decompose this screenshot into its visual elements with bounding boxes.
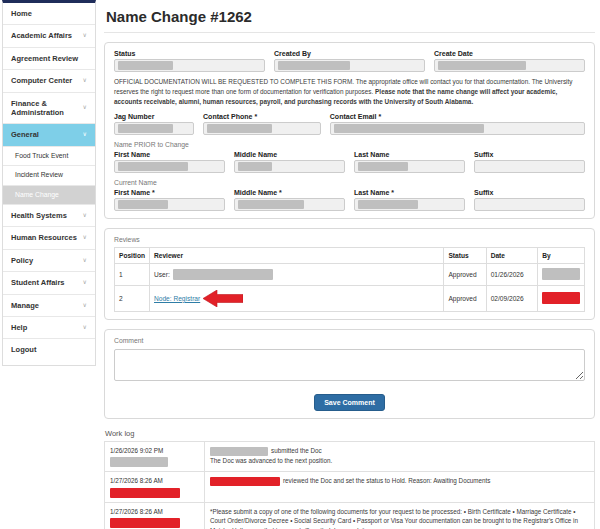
status-input[interactable]	[114, 59, 265, 72]
redacted-text	[210, 447, 268, 456]
current-name-section-label: Current Name	[114, 179, 585, 186]
review-row-1: 1 User: Approved 01/26/2026	[115, 263, 585, 285]
sidebar-item-academic-affairs[interactable]: Academic Affairs ∨	[3, 25, 95, 47]
review-date: 01/26/2026	[486, 263, 538, 285]
redacted-text	[207, 124, 272, 133]
jag-number-input[interactable]	[114, 122, 194, 135]
create-date-input[interactable]	[434, 59, 585, 72]
col-position: Position	[115, 247, 150, 263]
prior-middle-name-input[interactable]	[234, 160, 345, 173]
status-label: Status	[114, 50, 265, 57]
comment-panel: Comment Save Comment	[104, 329, 595, 419]
main-content: Name Change #1262 Status Created By Crea…	[104, 0, 595, 529]
sidebar-item-name-change[interactable]: Name Change	[3, 186, 95, 205]
redacted-text	[110, 488, 180, 498]
chevron-down-icon: ∨	[83, 104, 87, 112]
chevron-down-icon: ∨	[83, 234, 87, 242]
sidebar-item-label: Human Resources	[11, 233, 77, 242]
sidebar-item-logout[interactable]: Logout	[3, 339, 95, 364]
comment-label: Comment	[114, 337, 585, 344]
sidebar-item-student-affairs[interactable]: Student Affairs ∨	[3, 272, 95, 294]
prior-last-name-label: Last Name	[354, 151, 465, 158]
prior-middle-name-label: Middle Name	[234, 151, 345, 158]
prior-first-name-label: First Name	[114, 151, 225, 158]
contact-phone-input[interactable]	[203, 122, 321, 135]
worklog-timestamp: 1/27/2026 8:26 AM	[110, 507, 199, 516]
review-position: 2	[115, 285, 150, 311]
chevron-down-icon: ∨	[83, 32, 87, 40]
redacted-text	[210, 477, 280, 486]
review-position: 1	[115, 263, 150, 285]
redacted-text	[118, 61, 173, 70]
sidebar-item-label: Health Systems	[11, 211, 67, 220]
redacted-text	[358, 200, 418, 209]
current-first-name-label: First Name *	[114, 189, 225, 196]
current-middle-name-input[interactable]	[234, 198, 345, 211]
comment-textarea[interactable]	[114, 349, 585, 381]
current-suffix-input[interactable]	[474, 198, 585, 211]
sidebar-item-finance-administration[interactable]: Finance & Administration ∨	[3, 93, 95, 125]
sidebar-item-home[interactable]: Home	[3, 3, 95, 25]
created-by-input[interactable]	[274, 59, 425, 72]
sidebar: Home Academic Affairs ∨ Agreement Review…	[2, 0, 96, 366]
redacted-text	[110, 518, 180, 528]
contact-email-input[interactable]	[330, 122, 585, 135]
redacted-text	[238, 200, 304, 209]
redacted-text	[542, 292, 580, 304]
sidebar-item-label: Home	[11, 9, 32, 18]
prior-suffix-label: Suffix	[474, 151, 585, 158]
sidebar-item-food-truck-event[interactable]: Food Truck Event	[3, 147, 95, 166]
sidebar-item-label: Student Affairs	[11, 278, 64, 287]
sidebar-item-label: Logout	[11, 345, 36, 354]
sidebar-item-label: General	[11, 130, 39, 139]
current-middle-name-label: Middle Name *	[234, 189, 345, 196]
redacted-text	[334, 124, 484, 133]
worklog-message: The Doc was advanced to the next positio…	[210, 456, 589, 465]
sidebar-item-manage[interactable]: Manage ∨	[3, 295, 95, 317]
redacted-text	[118, 124, 173, 133]
sidebar-item-agreement-review[interactable]: Agreement Review	[3, 48, 95, 70]
contact-phone-label: Contact Phone *	[203, 113, 321, 120]
sidebar-item-computer-center[interactable]: Computer Center ∨	[3, 70, 95, 92]
current-last-name-label: Last Name *	[354, 189, 465, 196]
sidebar-item-label: Computer Center	[11, 76, 72, 85]
prior-name-section-label: Name PRIOR to Change	[114, 141, 585, 148]
worklog-timestamp: 1/27/2026 8:26 AM	[110, 476, 199, 485]
sidebar-item-general[interactable]: General ∨	[3, 124, 95, 146]
current-first-name-input[interactable]	[114, 198, 225, 211]
prior-suffix-input[interactable]	[474, 160, 585, 173]
sidebar-item-label: Finance & Administration	[11, 99, 80, 118]
redacted-text	[278, 61, 350, 70]
worklog-row: 1/27/2026 8:26 AM reviewed the Doc and s…	[105, 472, 595, 502]
sidebar-item-human-resources[interactable]: Human Resources ∨	[3, 227, 95, 249]
chevron-down-icon: ∨	[83, 279, 87, 287]
worklog-title: Work log	[105, 429, 595, 438]
sidebar-item-policy[interactable]: Policy ∨	[3, 250, 95, 272]
node-registrar-link[interactable]: Node: Registrar	[154, 295, 200, 302]
worklog-table: 1/26/2026 9:02 PM submitted the Doc The …	[104, 441, 595, 529]
redacted-text	[358, 162, 408, 171]
save-comment-button[interactable]: Save Comment	[314, 394, 385, 411]
worklog-row: 1/27/2026 8:26 AM *Please submit a copy …	[105, 502, 595, 529]
sidebar-item-label: Name Change	[15, 191, 59, 199]
sidebar-item-health-systems[interactable]: Health Systems ∨	[3, 205, 95, 227]
reviewer-label: User:	[154, 271, 170, 278]
redacted-text	[110, 457, 168, 467]
sidebar-item-incident-review[interactable]: Incident Review	[3, 166, 95, 185]
contact-email-label: Contact Email *	[330, 113, 585, 120]
worklog-row: 1/26/2026 9:02 PM submitted the Doc The …	[105, 441, 595, 471]
current-last-name-input[interactable]	[354, 198, 465, 211]
prior-first-name-input[interactable]	[114, 160, 225, 173]
sidebar-item-label: Policy	[11, 256, 33, 265]
prior-last-name-input[interactable]	[354, 160, 465, 173]
redacted-text	[118, 200, 168, 209]
redacted-text	[173, 269, 273, 280]
reviews-table: Position Reviewer Status Date By 1 User:…	[114, 247, 585, 312]
review-status: Approved	[444, 263, 486, 285]
review-date: 02/09/2026	[486, 285, 538, 311]
current-suffix-label: Suffix	[474, 189, 585, 196]
col-status: Status	[444, 247, 486, 263]
sidebar-item-help[interactable]: Help ∨	[3, 317, 95, 339]
col-date: Date	[486, 247, 538, 263]
chevron-down-icon: ∨	[83, 131, 87, 139]
